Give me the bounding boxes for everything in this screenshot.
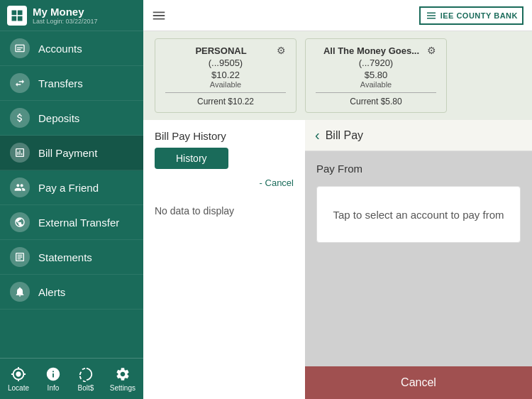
account-secondary-number: (...7920) [316, 58, 436, 68]
sidebar-bottom-locate[interactable]: Locate [2, 364, 35, 393]
accounts-strip: PERSONAL ⚙ (...9505) $10.22 Available Cu… [143, 31, 532, 120]
info-label: Info [48, 384, 60, 392]
sidebar-item-accounts[interactable]: Accounts [0, 31, 143, 66]
history-tab-row: History [143, 148, 305, 175]
svg-rect-1 [18, 10, 23, 15]
bill-pay-panel-header: ‹ Bill Pay [305, 120, 532, 151]
locate-icon [10, 366, 27, 383]
pay-from-label: Pay From [316, 163, 521, 175]
bolts-icon [77, 366, 94, 383]
sidebar-label-pay-a-friend: Pay a Friend [38, 182, 99, 194]
app-title: My Money [33, 6, 98, 18]
sidebar-bottom-bolts[interactable]: Bolt$ [72, 364, 100, 393]
bill-pay-back-button[interactable]: ‹ [315, 127, 320, 143]
external-transfer-icon [10, 212, 30, 232]
sidebar-label-accounts: Accounts [38, 43, 82, 55]
account-secondary-gear-icon[interactable]: ⚙ [427, 45, 436, 56]
sidebar-label-deposits: Deposits [38, 112, 79, 124]
app-logo-icon [7, 6, 27, 26]
sidebar-header-text: My Money Last Login: 03/22/2017 [33, 6, 98, 25]
last-login: Last Login: 03/22/2017 [33, 18, 98, 25]
hamburger-button[interactable] [143, 0, 174, 31]
bill-pay-panel-title: Bill Pay [326, 129, 363, 142]
account-card-personal-header: PERSONAL ⚙ [165, 45, 286, 56]
pay-a-friend-icon [10, 177, 30, 197]
bill-pay-cancel-button[interactable]: Cancel [305, 366, 532, 399]
accounts-icon [10, 38, 30, 58]
bolts-label: Bolt$ [78, 384, 94, 392]
sidebar-bottom: Locate Info Bolt$ [0, 358, 143, 399]
sidebar-item-alerts[interactable]: Alerts [0, 275, 143, 310]
cancel-link[interactable]: - Cancel [143, 175, 305, 194]
account-secondary-available: Available [316, 80, 436, 89]
bill-payment-icon [10, 143, 30, 163]
account-card-secondary[interactable]: All The Money Goes... ⚙ (...7920) $5.80 … [305, 38, 447, 113]
sidebar-label-transfers: Transfers [38, 77, 83, 89]
sidebar-label-bill-payment: Bill Payment [38, 147, 97, 159]
settings-icon [114, 366, 131, 383]
account-personal-gear-icon[interactable]: ⚙ [277, 45, 286, 56]
account-card-secondary-header: All The Money Goes... ⚙ [316, 45, 436, 56]
account-secondary-name: All The Money Goes... [316, 45, 427, 56]
sidebar-bottom-settings[interactable]: Settings [104, 364, 141, 393]
sidebar-nav: Accounts Transfers Deposits [0, 31, 143, 358]
panels-row: Bill Pay History History - Cancel No dat… [143, 120, 532, 399]
bill-pay-panel-body: Pay From Tap to select an account to pay… [305, 151, 532, 366]
sidebar-item-deposits[interactable]: Deposits [0, 101, 143, 136]
sidebar: My Money Last Login: 03/22/2017 Accounts [0, 0, 143, 399]
account-personal-current: Current $10.22 [165, 97, 286, 106]
pay-from-placeholder: Tap to select an account to pay from [333, 209, 504, 221]
account-personal-name: PERSONAL [165, 45, 277, 56]
account-secondary-divider [316, 92, 436, 93]
account-secondary-current: Current $5.80 [316, 97, 436, 106]
main-area: My Money Last Login: 03/22/2017 Accounts [0, 0, 532, 399]
sidebar-item-statements[interactable]: Statements [0, 240, 143, 275]
no-data-label: No data to display [143, 194, 305, 228]
statements-icon [10, 247, 30, 267]
sidebar-item-pay-a-friend[interactable]: Pay a Friend [0, 170, 143, 205]
account-personal-amount: $10.22 [165, 70, 286, 80]
locate-label: Locate [8, 384, 29, 392]
content-area: IEE COUNTY BANK PERSONAL ⚙ (...9505) $10… [143, 0, 532, 399]
account-personal-available: Available [165, 80, 286, 89]
sidebar-header: My Money Last Login: 03/22/2017 [0, 0, 143, 31]
sidebar-label-external-transfer: External Transfer [38, 217, 119, 229]
bill-pay-panel: ‹ Bill Pay Pay From Tap to select an acc… [305, 120, 532, 399]
bill-pay-history-panel: Bill Pay History History - Cancel No dat… [143, 120, 305, 399]
account-card-personal[interactable]: PERSONAL ⚙ (...9505) $10.22 Available Cu… [155, 38, 297, 113]
svg-rect-3 [18, 16, 23, 21]
svg-rect-2 [12, 16, 17, 21]
sidebar-bottom-info[interactable]: Info [39, 364, 67, 393]
sidebar-item-transfers[interactable]: Transfers [0, 66, 143, 101]
settings-label: Settings [110, 384, 135, 392]
bank-name: IEE COUNTY BANK [440, 11, 518, 20]
bank-logo: IEE COUNTY BANK [419, 6, 523, 25]
sidebar-label-alerts: Alerts [38, 286, 65, 298]
account-personal-number: (...9505) [165, 58, 286, 68]
info-icon [45, 366, 62, 383]
transfers-icon [10, 73, 30, 93]
history-tab-button[interactable]: History [155, 148, 228, 169]
account-secondary-amount: $5.80 [316, 70, 436, 80]
app-container: My Money Last Login: 03/22/2017 Accounts [0, 0, 532, 399]
pay-from-box[interactable]: Tap to select an account to pay from [316, 186, 521, 243]
top-bar: IEE COUNTY BANK [143, 0, 532, 31]
sidebar-item-bill-payment[interactable]: Bill Payment [0, 136, 143, 170]
deposits-icon [10, 108, 30, 128]
sidebar-label-statements: Statements [38, 251, 92, 263]
bank-logo-box: IEE COUNTY BANK [419, 6, 523, 25]
account-personal-divider [165, 92, 286, 93]
sidebar-item-external-transfer[interactable]: External Transfer [0, 205, 143, 240]
alerts-icon [10, 282, 30, 302]
bill-pay-history-title: Bill Pay History [143, 120, 305, 148]
svg-rect-0 [12, 10, 17, 15]
